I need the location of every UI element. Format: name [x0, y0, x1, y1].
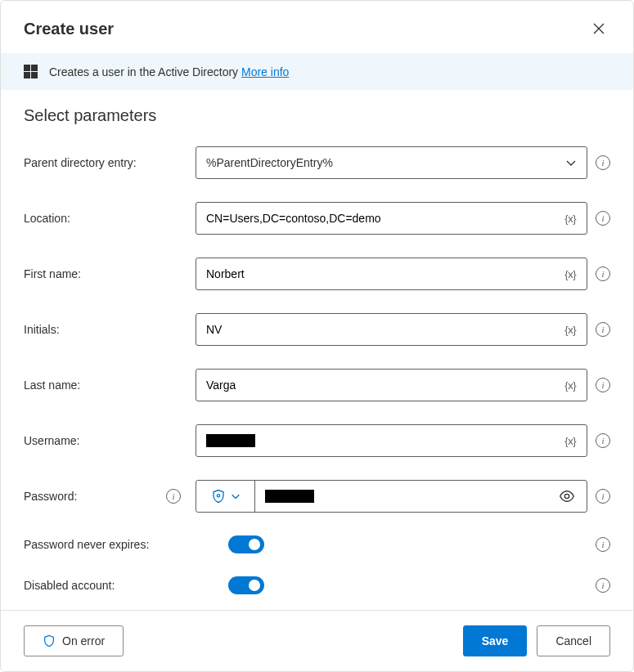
password-redacted [265, 490, 314, 503]
info-bar: Creates a user in the Active Directory M… [1, 53, 633, 90]
info-bar-message: Creates a user in the Active Directory [49, 65, 241, 78]
chevron-down-icon [231, 491, 241, 501]
close-icon [592, 22, 605, 35]
password-field [196, 480, 587, 513]
first-name-field[interactable]: {x} [196, 258, 587, 290]
save-label: Save [482, 634, 509, 647]
row-first-name: First name: {x} i [24, 258, 610, 290]
svg-point-1 [564, 494, 569, 498]
shield-icon [43, 634, 56, 647]
password-never-expires-toggle[interactable] [228, 535, 264, 553]
info-icon[interactable]: i [596, 537, 610, 552]
location-input[interactable] [206, 212, 562, 225]
chevron-down-icon [565, 157, 577, 168]
label-username: Username: [24, 434, 196, 447]
cancel-button[interactable]: Cancel [537, 625, 610, 656]
password-mode-selector[interactable] [196, 481, 255, 512]
toggle-password-visibility[interactable] [555, 485, 578, 508]
row-disabled-account: Disabled account: i [24, 576, 610, 594]
last-name-input[interactable] [206, 379, 562, 392]
username-field[interactable]: {x} [196, 424, 587, 457]
variable-picker[interactable]: {x} [562, 433, 578, 449]
section-heading: Select parameters [24, 106, 610, 125]
info-bar-text: Creates a user in the Active Directory M… [49, 65, 289, 78]
initials-input[interactable] [206, 323, 562, 336]
info-icon[interactable]: i [596, 578, 610, 593]
more-info-link[interactable]: More info [241, 65, 289, 78]
label-password: Password: i [24, 489, 196, 504]
save-button[interactable]: Save [463, 625, 528, 656]
variable-picker[interactable]: {x} [562, 211, 578, 226]
password-input-wrap[interactable] [255, 481, 587, 512]
label-password-text: Password: [24, 490, 77, 503]
row-location: Location: {x} i [24, 202, 610, 235]
label-initials: Initials: [24, 323, 196, 336]
label-password-never-expires: Password never expires: [24, 538, 228, 551]
last-name-field[interactable]: {x} [196, 369, 587, 401]
variable-picker[interactable]: {x} [562, 322, 578, 338]
info-icon[interactable]: i [596, 378, 610, 392]
cancel-label: Cancel [555, 634, 591, 647]
dialog-header: Create user [1, 1, 633, 53]
eye-icon [559, 488, 575, 504]
dialog-footer: On error Save Cancel [1, 610, 633, 671]
label-first-name: First name: [24, 267, 196, 280]
row-password: Password: i i [24, 480, 610, 513]
dialog-title: Create user [24, 20, 114, 38]
row-parent-directory: Parent directory entry: %ParentDirectory… [24, 146, 610, 179]
initials-field[interactable]: {x} [196, 313, 587, 346]
label-last-name: Last name: [24, 379, 196, 392]
row-username: Username: {x} i [24, 424, 610, 457]
windows-icon [24, 65, 38, 78]
variable-picker[interactable]: {x} [562, 267, 578, 282]
info-icon[interactable]: i [596, 489, 610, 504]
info-icon[interactable]: i [596, 155, 610, 170]
label-parent-directory: Parent directory entry: [24, 156, 196, 169]
variable-picker[interactable]: {x} [562, 378, 578, 393]
create-user-dialog: Create user Creates a user in the Active… [0, 0, 634, 672]
on-error-label: On error [62, 634, 105, 647]
info-icon[interactable]: i [596, 433, 610, 448]
label-disabled-account: Disabled account: [24, 579, 228, 592]
parent-directory-value: %ParentDirectoryEntry% [206, 156, 565, 169]
close-button[interactable] [587, 17, 610, 40]
label-location: Location: [24, 212, 196, 225]
on-error-button[interactable]: On error [24, 625, 124, 656]
svg-point-0 [217, 495, 219, 497]
disabled-account-toggle[interactable] [228, 576, 264, 594]
info-icon[interactable]: i [596, 267, 610, 281]
first-name-input[interactable] [206, 267, 562, 280]
row-last-name: Last name: {x} i [24, 369, 610, 401]
info-icon[interactable]: i [596, 211, 610, 226]
username-redacted [206, 434, 255, 447]
row-password-never-expires: Password never expires: i [24, 535, 610, 553]
row-initials: Initials: {x} i [24, 313, 610, 346]
dialog-content: Select parameters Parent directory entry… [1, 90, 633, 610]
info-icon[interactable]: i [596, 322, 610, 337]
location-field[interactable]: {x} [196, 202, 587, 235]
shield-icon [211, 489, 226, 504]
parent-directory-dropdown[interactable]: %ParentDirectoryEntry% [196, 146, 587, 179]
info-icon[interactable]: i [166, 489, 181, 504]
